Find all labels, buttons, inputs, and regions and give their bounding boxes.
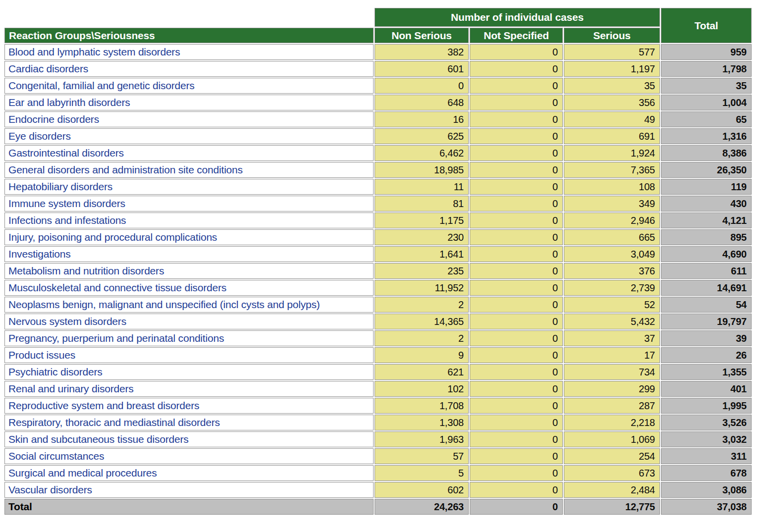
reaction-group-label[interactable]: Vascular disorders bbox=[4, 482, 374, 498]
non-serious-value: 16 bbox=[375, 111, 469, 127]
reaction-group-label[interactable]: Cardiac disorders bbox=[4, 61, 374, 77]
reaction-group-label-text[interactable]: Eye disorders bbox=[8, 129, 71, 143]
reaction-group-label[interactable]: Renal and urinary disorders bbox=[4, 381, 374, 397]
serious-value: 5,432 bbox=[564, 314, 660, 329]
reaction-group-label[interactable]: General disorders and administration sit… bbox=[4, 162, 374, 178]
reaction-group-label-text[interactable]: Gastrointestinal disorders bbox=[8, 146, 124, 160]
reaction-group-label[interactable]: Investigations bbox=[4, 246, 374, 262]
reaction-group-label-text[interactable]: Immune system disorders bbox=[8, 197, 125, 211]
reaction-group-label-text[interactable]: Hepatobiliary disorders bbox=[8, 180, 112, 194]
reaction-group-label-text[interactable]: Cardiac disorders bbox=[8, 62, 88, 76]
serious-value: 7,365 bbox=[564, 162, 660, 178]
row-total-value: 895 bbox=[661, 229, 752, 245]
reaction-group-label-text[interactable]: General disorders and administration sit… bbox=[8, 163, 243, 177]
table-row: Injury, poisoning and procedural complic… bbox=[4, 229, 752, 245]
table-row: Surgical and medical procedures 5 0 673 … bbox=[4, 465, 752, 481]
not-specified-value: 0 bbox=[470, 179, 563, 195]
row-total-value: 26 bbox=[661, 347, 752, 363]
reaction-group-label-text[interactable]: Reproductive system and breast disorders bbox=[8, 399, 199, 413]
reaction-group-label-text[interactable]: Surgical and medical procedures bbox=[8, 466, 157, 480]
reaction-group-label-text[interactable]: Endocrine disorders bbox=[8, 112, 99, 126]
reaction-group-label[interactable]: Social circumstances bbox=[4, 448, 374, 464]
reaction-group-label[interactable]: Injury, poisoning and procedural complic… bbox=[4, 229, 374, 245]
reaction-group-label-text[interactable]: Infections and infestations bbox=[8, 213, 126, 227]
reaction-group-label-text[interactable]: Ear and labyrinth disorders bbox=[8, 96, 130, 109]
table-row: Immune system disorders 81 0 349 430 bbox=[4, 196, 752, 212]
not-specified-value: 0 bbox=[470, 229, 563, 245]
total-row-label: Total bbox=[4, 499, 374, 515]
non-serious-value: 11 bbox=[375, 179, 469, 195]
reaction-group-label[interactable]: Gastrointestinal disorders bbox=[4, 145, 374, 161]
serious-value: 3,049 bbox=[564, 246, 660, 262]
reaction-group-label[interactable]: Ear and labyrinth disorders bbox=[4, 95, 374, 110]
reaction-group-label-text[interactable]: Vascular disorders bbox=[8, 483, 92, 497]
reaction-group-label-text[interactable]: Nervous system disorders bbox=[8, 315, 126, 328]
serious-value: 577 bbox=[564, 44, 660, 60]
non-serious-value: 1,641 bbox=[375, 246, 469, 262]
reaction-group-label[interactable]: Skin and subcutaneous tissue disorders bbox=[4, 431, 374, 447]
serious-value: 37 bbox=[564, 330, 660, 346]
reaction-group-label-text[interactable]: Pregnancy, puerperium and perinatal cond… bbox=[8, 331, 224, 345]
reaction-group-label-text[interactable]: Metabolism and nutrition disorders bbox=[8, 264, 164, 278]
not-specified-value: 0 bbox=[470, 364, 563, 380]
reaction-group-label[interactable]: Psychiatric disorders bbox=[4, 364, 374, 380]
reaction-group-label[interactable]: Neoplasms benign, malignant and unspecif… bbox=[4, 297, 374, 313]
reaction-group-label-text[interactable]: Social circumstances bbox=[8, 449, 104, 463]
row-total-value: 1,355 bbox=[661, 364, 752, 380]
reaction-group-label-text[interactable]: Psychiatric disorders bbox=[8, 365, 103, 379]
reaction-group-label-text[interactable]: Injury, poisoning and procedural complic… bbox=[8, 230, 217, 244]
reaction-group-label[interactable]: Reproductive system and breast disorders bbox=[4, 398, 374, 414]
table-row: Neoplasms benign, malignant and unspecif… bbox=[4, 297, 752, 313]
reaction-group-label-text[interactable]: Musculoskeletal and connective tissue di… bbox=[8, 281, 226, 295]
total-row: Total 24,263 0 12,775 37,038 bbox=[4, 499, 752, 515]
row-total-value: 1,798 bbox=[661, 61, 752, 77]
reaction-group-label[interactable]: Product issues bbox=[4, 347, 374, 363]
non-serious-value: 1,708 bbox=[375, 398, 469, 414]
reaction-group-label-text[interactable]: Respiratory, thoracic and mediastinal di… bbox=[8, 416, 220, 429]
reaction-group-label[interactable]: Endocrine disorders bbox=[4, 111, 374, 127]
serious-value: 2,218 bbox=[564, 415, 660, 430]
reaction-group-label[interactable]: Surgical and medical procedures bbox=[4, 465, 374, 481]
row-total-value: 35 bbox=[661, 78, 752, 94]
serious-value: 1,924 bbox=[564, 145, 660, 161]
non-serious-value: 6,462 bbox=[375, 145, 469, 161]
not-specified-value: 0 bbox=[470, 145, 563, 161]
table-row: Respiratory, thoracic and mediastinal di… bbox=[4, 415, 752, 430]
reaction-group-label[interactable]: Musculoskeletal and connective tissue di… bbox=[4, 280, 374, 296]
reaction-group-label[interactable]: Congenital, familial and genetic disorde… bbox=[4, 78, 374, 94]
reaction-group-label-text[interactable]: Product issues bbox=[8, 348, 75, 362]
row-total-value: 8,386 bbox=[661, 145, 752, 161]
reaction-group-label[interactable]: Blood and lymphatic system disorders bbox=[4, 44, 374, 60]
reaction-group-label[interactable]: Eye disorders bbox=[4, 128, 374, 144]
row-total-value: 3,032 bbox=[661, 431, 752, 447]
non-serious-value: 2 bbox=[375, 330, 469, 346]
non-serious-value: 648 bbox=[375, 95, 469, 110]
table-row: General disorders and administration sit… bbox=[4, 162, 752, 178]
reaction-group-label-text[interactable]: Congenital, familial and genetic disorde… bbox=[8, 79, 195, 93]
reaction-group-label[interactable]: Infections and infestations bbox=[4, 213, 374, 228]
not-specified-value: 0 bbox=[470, 162, 563, 178]
reaction-group-label-text[interactable]: Blood and lymphatic system disorders bbox=[8, 45, 180, 59]
reaction-group-label-text[interactable]: Investigations bbox=[8, 247, 71, 261]
not-specified-value: 0 bbox=[470, 213, 563, 228]
not-specified-value: 0 bbox=[470, 44, 563, 60]
reaction-group-label-text[interactable]: Renal and urinary disorders bbox=[8, 382, 134, 396]
not-specified-value: 0 bbox=[470, 347, 563, 363]
table-row: Product issues 9 0 17 26 bbox=[4, 347, 752, 363]
not-specified-value: 0 bbox=[470, 381, 563, 397]
reaction-group-label-text[interactable]: Neoplasms benign, malignant and unspecif… bbox=[8, 298, 320, 312]
cases-by-reaction-group-table: Number of individual cases Total Reactio… bbox=[3, 7, 753, 516]
row-total-value: 119 bbox=[661, 179, 752, 195]
row-total-value: 4,690 bbox=[661, 246, 752, 262]
table-row: Infections and infestations 1,175 0 2,94… bbox=[4, 213, 752, 228]
col-header-non-serious: Non Serious bbox=[375, 28, 469, 43]
reaction-group-label[interactable]: Nervous system disorders bbox=[4, 314, 374, 329]
table-row: Social circumstances 57 0 254 311 bbox=[4, 448, 752, 464]
reaction-group-label[interactable]: Pregnancy, puerperium and perinatal cond… bbox=[4, 330, 374, 346]
not-specified-value: 0 bbox=[470, 465, 563, 481]
reaction-group-label[interactable]: Hepatobiliary disorders bbox=[4, 179, 374, 195]
reaction-group-label[interactable]: Metabolism and nutrition disorders bbox=[4, 263, 374, 279]
reaction-group-label-text[interactable]: Skin and subcutaneous tissue disorders bbox=[8, 432, 189, 446]
reaction-group-label[interactable]: Respiratory, thoracic and mediastinal di… bbox=[4, 415, 374, 430]
reaction-group-label[interactable]: Immune system disorders bbox=[4, 196, 374, 212]
